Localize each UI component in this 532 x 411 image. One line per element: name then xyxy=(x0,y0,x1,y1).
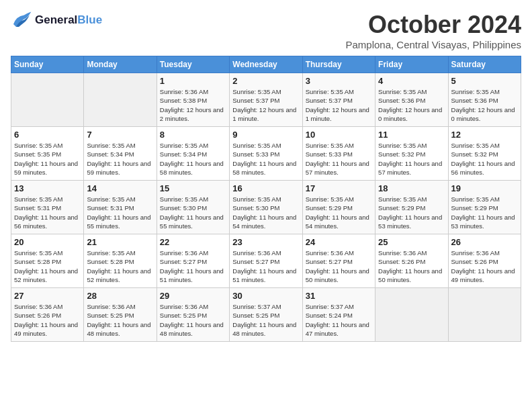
cell-info: Sunrise: 5:35 AMSunset: 5:29 PMDaylight:… xyxy=(378,195,445,230)
calendar-cell: 9Sunrise: 5:35 AMSunset: 5:33 PMDaylight… xyxy=(230,127,302,181)
cell-info: Sunrise: 5:35 AMSunset: 5:29 PMDaylight:… xyxy=(306,195,372,230)
day-number: 11 xyxy=(378,130,445,140)
day-number: 2 xyxy=(232,76,299,86)
day-number: 3 xyxy=(306,76,372,86)
cell-info: Sunrise: 5:35 AMSunset: 5:33 PMDaylight:… xyxy=(232,141,299,177)
day-number: 13 xyxy=(14,183,81,193)
calendar-cell: 7Sunrise: 5:35 AMSunset: 5:34 PMDaylight… xyxy=(84,127,157,181)
cell-info: Sunrise: 5:37 AMSunset: 5:24 PMDaylight:… xyxy=(306,302,372,338)
cell-info: Sunrise: 5:35 AMSunset: 5:34 PMDaylight:… xyxy=(160,141,226,177)
cell-info: Sunrise: 5:36 AMSunset: 5:25 PMDaylight:… xyxy=(160,302,226,338)
cell-info: Sunrise: 5:35 AMSunset: 5:35 PMDaylight:… xyxy=(14,141,81,177)
day-number: 18 xyxy=(378,183,445,193)
calendar-cell: 1Sunrise: 5:36 AMSunset: 5:38 PMDaylight… xyxy=(157,73,229,127)
calendar-cell xyxy=(448,288,521,342)
day-number: 20 xyxy=(14,237,81,247)
calendar-cell: 29Sunrise: 5:36 AMSunset: 5:25 PMDayligh… xyxy=(157,288,229,342)
header-monday: Monday xyxy=(84,56,157,73)
cell-info: Sunrise: 5:36 AMSunset: 5:26 PMDaylight:… xyxy=(451,248,518,284)
day-number: 27 xyxy=(14,291,81,301)
day-number: 24 xyxy=(306,237,372,247)
cell-info: Sunrise: 5:36 AMSunset: 5:38 PMDaylight:… xyxy=(160,87,226,123)
cell-info: Sunrise: 5:35 AMSunset: 5:37 PMDaylight:… xyxy=(232,87,299,123)
cell-info: Sunrise: 5:35 AMSunset: 5:30 PMDaylight:… xyxy=(160,195,226,230)
day-number: 26 xyxy=(451,237,518,247)
calendar-cell: 15Sunrise: 5:35 AMSunset: 5:30 PMDayligh… xyxy=(157,181,229,234)
title-block: October 2024 Pamplona, Central Visayas, … xyxy=(345,11,521,50)
calendar-cell: 12Sunrise: 5:35 AMSunset: 5:32 PMDayligh… xyxy=(448,127,521,181)
logo-text: GeneralBlue xyxy=(35,13,102,27)
day-number: 12 xyxy=(451,130,518,140)
calendar-cell: 22Sunrise: 5:36 AMSunset: 5:27 PMDayligh… xyxy=(157,234,229,288)
calendar-cell: 13Sunrise: 5:35 AMSunset: 5:31 PMDayligh… xyxy=(11,181,84,234)
cell-info: Sunrise: 5:35 AMSunset: 5:31 PMDaylight:… xyxy=(87,195,153,230)
calendar-cell: 3Sunrise: 5:35 AMSunset: 5:37 PMDaylight… xyxy=(302,73,375,127)
day-number: 19 xyxy=(451,183,518,193)
cell-info: Sunrise: 5:35 AMSunset: 5:36 PMDaylight:… xyxy=(451,87,518,123)
cell-info: Sunrise: 5:35 AMSunset: 5:36 PMDaylight:… xyxy=(378,87,445,123)
calendar-cell: 18Sunrise: 5:35 AMSunset: 5:29 PMDayligh… xyxy=(375,181,448,234)
day-number: 29 xyxy=(160,291,226,301)
day-number: 15 xyxy=(160,183,226,193)
header-saturday: Saturday xyxy=(448,56,521,73)
calendar-cell: 20Sunrise: 5:35 AMSunset: 5:28 PMDayligh… xyxy=(11,234,84,288)
cell-info: Sunrise: 5:35 AMSunset: 5:31 PMDaylight:… xyxy=(14,195,81,230)
cell-info: Sunrise: 5:36 AMSunset: 5:27 PMDaylight:… xyxy=(160,248,226,284)
calendar-cell: 2Sunrise: 5:35 AMSunset: 5:37 PMDaylight… xyxy=(230,73,302,127)
cell-info: Sunrise: 5:36 AMSunset: 5:27 PMDaylight:… xyxy=(306,248,372,284)
logo: GeneralBlue xyxy=(11,11,102,30)
day-number: 9 xyxy=(232,130,299,140)
cell-info: Sunrise: 5:35 AMSunset: 5:32 PMDaylight:… xyxy=(451,141,518,177)
header-thursday: Thursday xyxy=(302,56,375,73)
cell-info: Sunrise: 5:36 AMSunset: 5:26 PMDaylight:… xyxy=(378,248,445,284)
calendar-cell: 23Sunrise: 5:36 AMSunset: 5:27 PMDayligh… xyxy=(230,234,302,288)
month-title: October 2024 xyxy=(345,11,521,39)
day-number: 4 xyxy=(378,76,445,86)
calendar-cell: 16Sunrise: 5:35 AMSunset: 5:30 PMDayligh… xyxy=(230,181,302,234)
cell-info: Sunrise: 5:35 AMSunset: 5:34 PMDaylight:… xyxy=(87,141,153,177)
cell-info: Sunrise: 5:37 AMSunset: 5:25 PMDaylight:… xyxy=(232,302,299,338)
cell-info: Sunrise: 5:35 AMSunset: 5:28 PMDaylight:… xyxy=(14,248,81,284)
header-sunday: Sunday xyxy=(11,56,84,73)
day-number: 23 xyxy=(232,237,299,247)
calendar-cell: 21Sunrise: 5:35 AMSunset: 5:28 PMDayligh… xyxy=(84,234,157,288)
day-number: 8 xyxy=(160,130,226,140)
header-tuesday: Tuesday xyxy=(157,56,229,73)
day-number: 25 xyxy=(378,237,445,247)
calendar-cell: 25Sunrise: 5:36 AMSunset: 5:26 PMDayligh… xyxy=(375,234,448,288)
calendar-cell: 30Sunrise: 5:37 AMSunset: 5:25 PMDayligh… xyxy=(230,288,302,342)
calendar-cell: 19Sunrise: 5:35 AMSunset: 5:29 PMDayligh… xyxy=(448,181,521,234)
day-number: 5 xyxy=(451,76,518,86)
day-number: 30 xyxy=(232,291,299,301)
calendar-cell: 10Sunrise: 5:35 AMSunset: 5:33 PMDayligh… xyxy=(302,127,375,181)
day-number: 10 xyxy=(306,130,372,140)
day-number: 28 xyxy=(87,291,153,301)
day-number: 22 xyxy=(160,237,226,247)
cell-info: Sunrise: 5:36 AMSunset: 5:25 PMDaylight:… xyxy=(87,302,153,338)
cell-info: Sunrise: 5:36 AMSunset: 5:27 PMDaylight:… xyxy=(232,248,299,284)
calendar-cell: 24Sunrise: 5:36 AMSunset: 5:27 PMDayligh… xyxy=(302,234,375,288)
cell-info: Sunrise: 5:36 AMSunset: 5:26 PMDaylight:… xyxy=(14,302,81,338)
calendar-cell: 17Sunrise: 5:35 AMSunset: 5:29 PMDayligh… xyxy=(302,181,375,234)
header-wednesday: Wednesday xyxy=(230,56,302,73)
cell-info: Sunrise: 5:35 AMSunset: 5:33 PMDaylight:… xyxy=(306,141,372,177)
calendar-cell: 31Sunrise: 5:37 AMSunset: 5:24 PMDayligh… xyxy=(302,288,375,342)
day-number: 6 xyxy=(14,130,81,140)
cell-info: Sunrise: 5:35 AMSunset: 5:37 PMDaylight:… xyxy=(306,87,372,123)
calendar-cell: 14Sunrise: 5:35 AMSunset: 5:31 PMDayligh… xyxy=(84,181,157,234)
header-friday: Friday xyxy=(375,56,448,73)
day-number: 14 xyxy=(87,183,153,193)
location-title: Pamplona, Central Visayas, Philippines xyxy=(345,39,521,50)
calendar-week-2: 13Sunrise: 5:35 AMSunset: 5:31 PMDayligh… xyxy=(11,181,521,234)
calendar-cell: 5Sunrise: 5:35 AMSunset: 5:36 PMDaylight… xyxy=(448,73,521,127)
day-number: 31 xyxy=(306,291,372,301)
calendar-week-4: 27Sunrise: 5:36 AMSunset: 5:26 PMDayligh… xyxy=(11,288,521,342)
calendar-cell xyxy=(84,73,157,127)
cell-info: Sunrise: 5:35 AMSunset: 5:32 PMDaylight:… xyxy=(378,141,445,177)
cell-info: Sunrise: 5:35 AMSunset: 5:30 PMDaylight:… xyxy=(232,195,299,230)
calendar-week-0: 1Sunrise: 5:36 AMSunset: 5:38 PMDaylight… xyxy=(11,73,521,127)
day-number: 7 xyxy=(87,130,153,140)
calendar-cell: 26Sunrise: 5:36 AMSunset: 5:26 PMDayligh… xyxy=(448,234,521,288)
calendar-cell: 28Sunrise: 5:36 AMSunset: 5:25 PMDayligh… xyxy=(84,288,157,342)
calendar-header-row: SundayMondayTuesdayWednesdayThursdayFrid… xyxy=(11,56,521,73)
